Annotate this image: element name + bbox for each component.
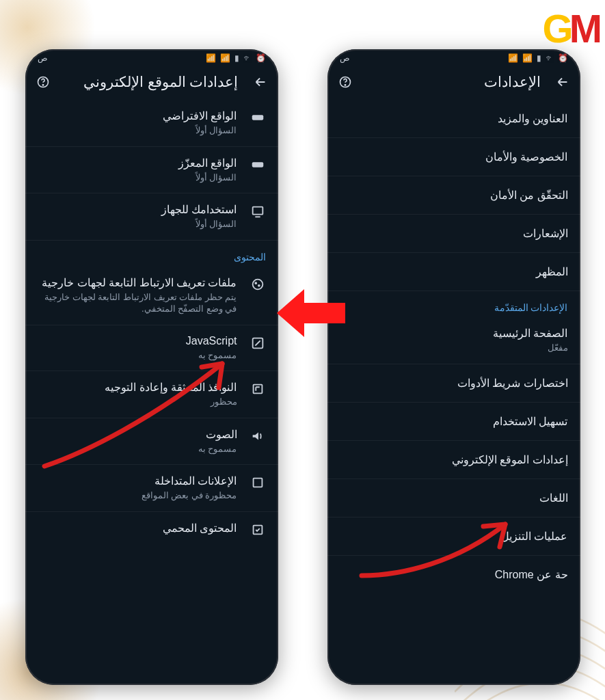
row-title: الإعلانات المتداخلة — [38, 474, 237, 487]
status-bar: ⏰ᯤ▮📶📶 ص — [327, 49, 580, 67]
row-vr[interactable]: الواقع الافتراضيالسؤال أولاً — [25, 100, 278, 147]
row-languages[interactable]: اللغات — [327, 479, 580, 517]
row-sub: السؤال أولاً — [38, 172, 237, 184]
row-toolbar-shortcuts[interactable]: اختصارات شريط الأدوات — [327, 364, 580, 403]
help-icon[interactable] — [337, 74, 353, 90]
row-accessibility[interactable]: تسهيل الاستخدام — [327, 403, 580, 441]
row-sub: محظورة في بعض المواقع — [38, 489, 237, 502]
gm-logo: GM — [543, 5, 598, 51]
row-javascript[interactable]: JavaScriptمسموح به — [25, 325, 278, 372]
settings-list-right: العناوين والمزيد الخصوصية والأمان التحقّ… — [327, 100, 580, 607]
svg-rect-9 — [253, 385, 262, 394]
row-title: الواقع الافتراضي — [38, 109, 237, 122]
row-title: ملفات تعريف الارتباط التابعة لجهات خارجي… — [38, 276, 237, 289]
row-third-party-cookies[interactable]: ملفات تعريف الارتباط التابعة لجهات خارجي… — [25, 267, 278, 325]
row-title: حة عن Chrome — [340, 568, 568, 581]
row-title: التحقّق من الأمان — [340, 189, 568, 202]
row-about-chrome[interactable]: حة عن Chrome — [327, 556, 580, 593]
ads-icon — [250, 474, 266, 491]
row-privacy-security[interactable]: الخصوصية والأمان — [327, 138, 580, 176]
row-title: المحتوى المحمي — [38, 522, 237, 535]
row-sub: مفعّل — [340, 342, 568, 354]
sound-icon — [250, 428, 266, 444]
row-appearance[interactable]: المظهر — [327, 253, 580, 291]
row-sub: السؤال أولاً — [38, 218, 237, 230]
row-sub: مسموح به — [38, 349, 237, 362]
row-sound[interactable]: الصوتمسموح به — [25, 418, 278, 466]
logo-m: M — [569, 6, 598, 51]
back-icon[interactable] — [252, 74, 269, 90]
back-icon[interactable] — [554, 74, 571, 90]
row-title: النوافذ المنبثقة وإعادة التوجيه — [38, 381, 237, 394]
row-title: عمليات التنزيل — [340, 530, 568, 543]
status-icons: ⏰ᯤ▮📶📶 — [206, 53, 266, 63]
svg-point-6 — [255, 282, 256, 284]
page-title-left: إعدادات الموقع الإلكتروني — [83, 74, 239, 90]
row-site-settings[interactable]: إعدادات الموقع الإلكتروني — [327, 441, 580, 479]
row-title: العناوين والمزيد — [340, 112, 568, 125]
ar-icon — [250, 157, 266, 173]
cookie-icon — [250, 276, 266, 293]
row-homepage[interactable]: الصفحة الرئيسيةمفعّل — [327, 317, 580, 364]
row-title: اللغات — [340, 492, 568, 504]
status-bar: ⏰ᯤ▮📶📶 ص — [25, 49, 278, 67]
row-notifications[interactable]: الإشعارات — [327, 215, 580, 253]
row-title: الصوت — [38, 428, 237, 441]
row-addresses[interactable]: العناوين والمزيد — [327, 100, 580, 138]
row-intrusive-ads[interactable]: الإعلانات المتداخلةمحظورة في بعض المواقع — [25, 465, 278, 512]
row-title: إعدادات الموقع الإلكتروني — [340, 453, 568, 466]
row-sub: يتم حظر ملفات تعريف الارتباط التابعة لجه… — [38, 291, 237, 315]
js-icon — [250, 335, 266, 351]
transition-arrow-icon — [277, 286, 345, 340]
device-icon — [250, 203, 266, 219]
row-ar[interactable]: الواقع المعزّزالسؤال أولاً — [25, 147, 278, 194]
svg-point-7 — [258, 285, 259, 286]
svg-point-5 — [252, 279, 263, 289]
row-title: الإشعارات — [340, 227, 568, 240]
row-sub: محظور — [38, 396, 237, 408]
logo-g: G — [543, 6, 569, 51]
popup-icon — [250, 381, 266, 397]
protected-icon — [250, 522, 266, 538]
settings-list-left: الواقع الافتراضيالسؤال أولاً الواقع المع… — [25, 100, 278, 561]
row-popups[interactable]: النوافذ المنبثقة وإعادة التوجيهمحظور — [25, 371, 278, 418]
page-title-right: الإعدادات — [484, 74, 541, 90]
svg-rect-3 — [252, 162, 263, 167]
row-title: الواقع المعزّز — [38, 157, 237, 170]
app-header-left: إعدادات الموقع الإلكتروني — [25, 67, 278, 100]
svg-rect-10 — [253, 479, 262, 487]
help-icon[interactable] — [35, 74, 51, 90]
status-time: ص — [38, 53, 48, 63]
vr-icon — [250, 109, 266, 126]
row-sub: مسموح به — [38, 443, 237, 455]
status-icons: ⏰ᯤ▮📶📶 — [508, 53, 568, 63]
row-protected-content[interactable]: المحتوى المحمي — [25, 512, 278, 548]
row-safety-check[interactable]: التحقّق من الأمان — [327, 176, 580, 215]
row-title: الخصوصية والأمان — [340, 150, 568, 163]
svg-point-13 — [345, 85, 345, 85]
row-sub: السؤال أولاً — [38, 124, 237, 137]
row-title: المظهر — [340, 265, 568, 278]
row-device-use[interactable]: استخدامك للجهازالسؤال أولاً — [25, 193, 278, 241]
svg-point-1 — [42, 85, 43, 85]
svg-rect-4 — [252, 207, 263, 215]
app-header-right: الإعدادات — [327, 67, 580, 100]
row-title: تسهيل الاستخدام — [340, 415, 568, 428]
status-time: ص — [340, 53, 350, 63]
section-content: المحتوى — [25, 241, 278, 267]
phone-left: ⏰ᯤ▮📶📶 ص إعدادات الموقع الإلكتروني الواقع… — [25, 49, 278, 685]
row-title: استخدامك للجهاز — [38, 203, 237, 216]
phone-right: ⏰ᯤ▮📶📶 ص الإعدادات العناوين والمزيد الخصو… — [327, 49, 580, 685]
section-advanced: الإعدادات المتقدّمة — [327, 291, 580, 317]
svg-rect-2 — [252, 115, 263, 120]
row-title: الصفحة الرئيسية — [340, 327, 568, 340]
row-title: اختصارات شريط الأدوات — [340, 377, 568, 390]
row-downloads[interactable]: عمليات التنزيل — [327, 517, 580, 556]
row-title: JavaScript — [38, 335, 237, 347]
